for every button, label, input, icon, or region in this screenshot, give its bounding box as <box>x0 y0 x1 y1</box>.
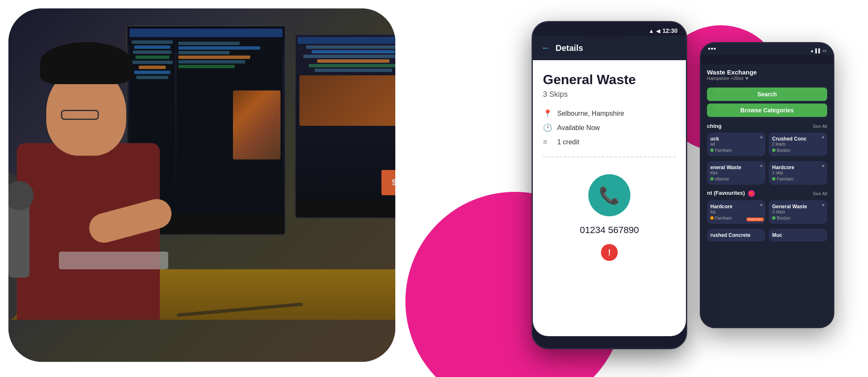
card-general-waste[interactable]: ✦ eneral Waste kips elborne <box>707 161 765 185</box>
app-location: Hampshire +20mi ▼ <box>707 76 827 81</box>
iphone-status-bar: ●●● ▲ ▌▌ ▭ <box>701 43 833 55</box>
favourites-title: nt (Favourites) 🔴 <box>707 190 755 197</box>
star-icon: ✦ <box>760 164 763 168</box>
favourites-section-header: nt (Favourites) 🔴 See All <box>701 186 833 199</box>
browse-categories-button[interactable]: Browse Categories <box>707 104 827 117</box>
card-location: elborne <box>710 177 762 181</box>
card-hardcore-fav[interactable]: ✦ Hardcore kip Farnham REMOVED <box>707 200 765 224</box>
phone-screen: ← Details General Waste 3 Skips 📍 Selbou… <box>533 36 686 336</box>
person-silhouette <box>8 67 223 320</box>
card-title: General Waste <box>772 204 824 210</box>
matching-title: ching <box>707 123 722 129</box>
content-divider <box>543 157 676 157</box>
card-subtitle: 2 leads <box>772 142 824 146</box>
status-dot <box>710 177 714 181</box>
availability-row: 🕐 Available Now <box>543 123 676 133</box>
card-location: Farnham <box>772 177 824 181</box>
phone-detail-header: ← Details <box>533 36 686 60</box>
search-button[interactable]: Search <box>707 88 827 101</box>
status-dot <box>710 216 714 220</box>
phone-second: ●●● ▲ ▌▌ ▭ Waste Exchange Hampshire +20m… <box>700 42 834 328</box>
status-dot <box>772 177 775 181</box>
status-dot <box>772 149 775 152</box>
card-subtitle: kip <box>710 210 762 214</box>
card-subtitle: 3 skips <box>772 210 824 214</box>
iphone-status-icons: ▲ ▌▌ ▭ <box>810 46 826 55</box>
star-icon: ✦ <box>760 135 763 140</box>
favourites-cards-row: ✦ Hardcore kip Farnham REMOVED ✦ General… <box>701 199 833 226</box>
second-cards-row: ✦ eneral Waste kips elborne ✦ Hardcore 1… <box>701 159 833 186</box>
exclamation-icon: ! <box>608 248 611 258</box>
removed-badge: REMOVED <box>746 218 764 221</box>
card-hardcore[interactable]: ✦ Hardcore 1 skip Farnham <box>769 161 827 185</box>
wifi-icon: ▲ <box>810 48 814 53</box>
detail-title: Details <box>556 43 583 53</box>
card-location: Bordon <box>772 148 824 153</box>
card-general-waste-fav[interactable]: ✦ General Waste 3 skips Bordon <box>769 200 827 224</box>
iphone-app-header: Waste Exchange Hampshire +20mi ▼ <box>701 64 833 85</box>
clock-icon: 🕐 <box>543 123 553 133</box>
availability-text: Available Now <box>557 124 600 132</box>
card-title: Hardcore <box>710 204 762 210</box>
phone-main: ▲ ◀ 12:30 ← Details General Waste 3 Skip… <box>532 21 687 349</box>
star-icon: ✦ <box>821 135 825 140</box>
back-button[interactable]: ← <box>541 42 550 53</box>
card-crushed-concrete-bottom[interactable]: rushed Concrete <box>707 229 765 242</box>
star-icon: ✦ <box>821 164 825 168</box>
card-title: Crushed Conc <box>772 136 824 142</box>
card-title: rushed Concrete <box>710 232 762 238</box>
phone-content: General Waste 3 Skips 📍 Selbourne, Hamps… <box>533 60 686 273</box>
battery-icon: ▭ <box>823 48 826 53</box>
card-crushed-concrete[interactable]: ✦ Crushed Conc 2 leads Bordon <box>769 133 827 156</box>
matching-see-all[interactable]: See All <box>813 124 827 129</box>
card-subtitle: kips <box>710 170 762 175</box>
phones-area: ▲ ◀ 12:30 ← Details General Waste 3 Skip… <box>490 8 834 369</box>
matching-cards-row: ✦ uck ad Farnham ✦ Crushed Conc 2 leads … <box>701 131 833 158</box>
monitor-right: $ <box>294 34 395 219</box>
iphone-carrier: ●●● <box>708 46 716 55</box>
phone-number: 01234 567890 <box>543 225 676 236</box>
iphone-screen: Waste Exchange Hampshire +20mi ▼ Search … <box>701 64 833 327</box>
status-dot <box>772 216 775 220</box>
credit-text: 1 credit <box>557 138 579 146</box>
card-truck[interactable]: ✦ uck ad Farnham <box>707 133 765 156</box>
card-title: Hardcore <box>772 165 824 170</box>
location-icon: 📍 <box>543 109 553 118</box>
credit-icon: ≡ <box>543 138 553 146</box>
status-bar: ▲ ◀ 12:30 <box>533 22 686 36</box>
star-icon: ✦ <box>821 203 825 207</box>
location-text: Selbourne, Hampshire <box>557 110 624 117</box>
card-location: Farnham <box>710 148 762 153</box>
card-title: Muc <box>772 232 824 238</box>
signal-icon: ▌▌ <box>815 48 821 53</box>
card-title: eneral Waste <box>710 165 762 170</box>
card-subtitle: 1 skip <box>772 170 824 175</box>
notification-badge: 🔴 <box>748 190 755 197</box>
bottom-cards-row: rushed Concrete Muc <box>701 227 833 243</box>
status-dot <box>710 149 714 152</box>
location-row: 📍 Selbourne, Hampshire <box>543 109 676 118</box>
card-location: Bordon <box>772 216 824 220</box>
call-icon: 📞 <box>599 186 620 205</box>
phone-notch <box>572 25 631 37</box>
skips-count: 3 Skips <box>543 90 676 99</box>
developer-photo: $ <box>8 8 395 362</box>
favourites-see-all[interactable]: See All <box>813 191 827 196</box>
waste-type-title: General Waste <box>543 72 676 88</box>
card-muc[interactable]: Muc <box>769 229 827 242</box>
report-button[interactable]: ! <box>601 244 618 261</box>
card-title: uck <box>710 136 762 142</box>
matching-section-header: ching See All <box>701 119 833 131</box>
call-button[interactable]: 📞 <box>588 174 630 216</box>
app-title: Waste Exchange <box>707 69 827 76</box>
status-time: 12:30 <box>662 27 677 34</box>
star-icon: ✦ <box>760 203 763 207</box>
card-subtitle: ad <box>710 142 762 146</box>
iphone-notch <box>746 55 788 64</box>
credit-row: ≡ 1 credit <box>543 138 676 146</box>
